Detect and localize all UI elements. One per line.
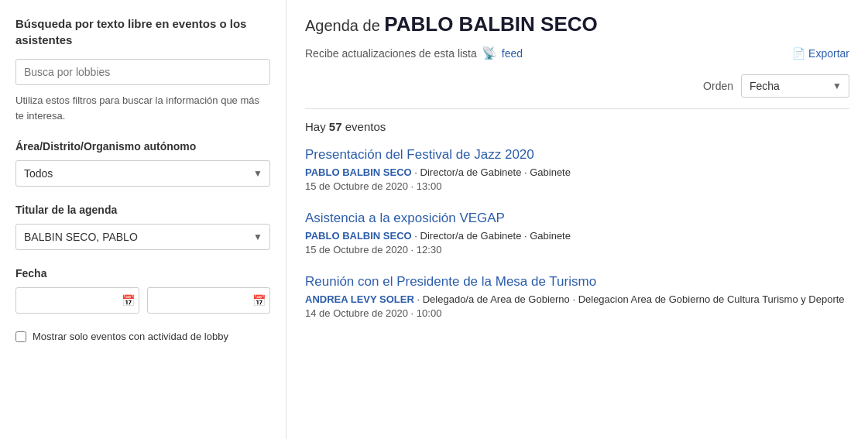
divider [305,108,849,109]
checkbox-label: Mostrar solo eventos con actividad de lo… [33,331,228,342]
titular-select[interactable]: BALBIN SECO, PABLO [15,224,270,250]
events-count-suffix: eventos [345,120,386,133]
fecha-label: Fecha [15,267,270,280]
event-role: · Director/a de Gabinete · Gabinete [414,166,571,178]
event-title-link[interactable]: Presentación del Festival de Jazz 2020 [305,147,849,163]
event-date: 15 de Octubre de 2020 · 13:00 [305,180,849,192]
events-count-number: 57 [329,120,342,133]
search-title: Búsqueda por texto libre en eventos o lo… [15,15,270,48]
checkbox-row: Mostrar solo eventos con actividad de lo… [15,331,270,342]
search-input[interactable] [15,59,270,85]
event-item: Reunión con el Presidente de la Mesa de … [305,274,849,319]
order-label: Orden [703,80,733,92]
area-label: Área/Distrito/Organismo autónomo [15,140,270,153]
event-person-name: ANDREA LEVY SOLER [305,293,414,305]
titular-select-wrapper: BALBIN SECO, PABLO ▼ [15,224,270,250]
order-select-wrapper: Fecha ▼ [741,74,849,98]
fecha-from-wrapper: 📅 [15,287,139,314]
area-select[interactable]: Todos [15,160,270,187]
titular-label: Titular de la agenda [15,204,270,216]
export-label: Exportar [808,47,849,60]
export-link[interactable]: 📄 Exportar [792,47,849,60]
fecha-to-input[interactable] [147,287,271,314]
lobby-checkbox[interactable] [15,331,26,342]
fecha-to-wrapper: 📅 [147,287,271,314]
hint-text: Utiliza estos filtros para buscar la inf… [15,93,270,123]
rss-icon: 📡 [482,46,497,60]
export-icon: 📄 [792,47,805,60]
event-item: Presentación del Festival de Jazz 2020 P… [305,147,849,192]
fecha-inputs: 📅 📅 [15,287,270,314]
fecha-from-input[interactable] [15,287,139,314]
event-title-link[interactable]: Asistencia a la exposición VEGAP [305,211,849,226]
event-person-name: PABLO BALBIN SECO [305,230,412,242]
event-role: · Director/a de Gabinete · Gabinete [414,230,571,242]
feed-text: Recibe actualizaciones de esta lista [305,47,477,60]
events-count-prefix: Hay [305,120,326,133]
fecha-section: Fecha 📅 📅 [15,267,270,314]
event-date: 14 de Octubre de 2020 · 10:00 [305,307,849,319]
agenda-name: PABLO BALBIN SECO [384,12,597,36]
event-meta: PABLO BALBIN SECO · Director/a de Gabine… [305,230,849,242]
event-role: · Delegado/a de Area de Gobierno · Deleg… [417,293,844,305]
feed-link[interactable]: feed [502,47,523,60]
agenda-header: Agenda de PABLO BALBIN SECO [305,12,849,36]
event-title-link[interactable]: Reunión con el Presidente de la Mesa de … [305,274,849,290]
area-select-wrapper: Todos ▼ [15,160,270,187]
order-row: Orden Fecha ▼ [305,74,849,98]
agenda-prefix: Agenda de [305,17,380,34]
events-list: Presentación del Festival de Jazz 2020 P… [305,147,849,319]
order-select[interactable]: Fecha [741,74,849,98]
event-date: 15 de Octubre de 2020 · 12:30 [305,244,849,256]
event-meta: PABLO BALBIN SECO · Director/a de Gabine… [305,166,849,178]
event-person-name: PABLO BALBIN SECO [305,166,412,178]
event-meta: ANDREA LEVY SOLER · Delegado/a de Area d… [305,293,849,305]
main-content: Agenda de PABLO BALBIN SECO Recibe actua… [286,0,868,439]
event-item: Asistencia a la exposición VEGAP PABLO B… [305,211,849,256]
feed-row: Recibe actualizaciones de esta lista 📡 f… [305,46,849,60]
sidebar: Búsqueda por texto libre en eventos o lo… [0,0,286,439]
events-count: Hay 57 eventos [305,120,849,133]
